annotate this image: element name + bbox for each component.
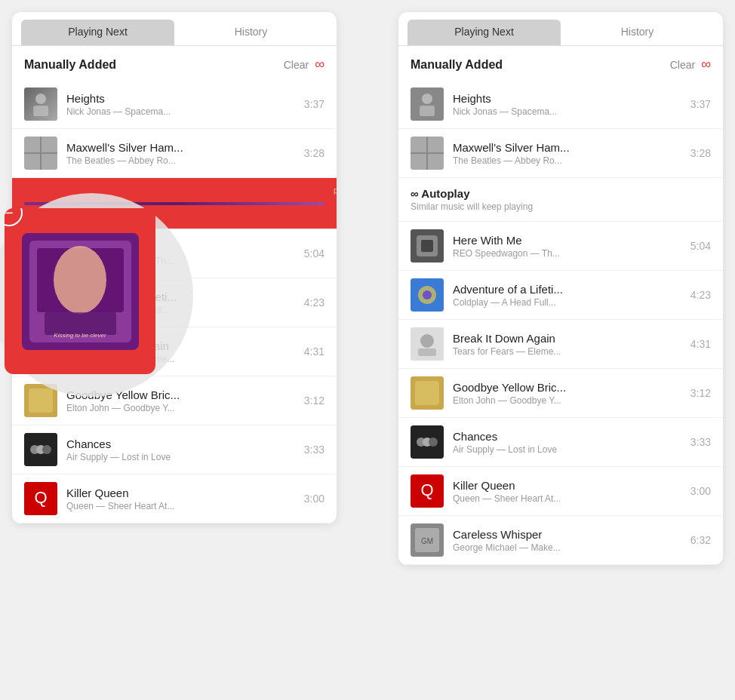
album-art [24, 88, 57, 121]
track-duration: 5:04 [304, 247, 324, 259]
track-item[interactable]: Heights Nick Jonas — Spacema... 3:37 [12, 80, 337, 129]
album-art [24, 433, 57, 466]
album-art: Q [411, 474, 444, 508]
svg-rect-46 [415, 381, 439, 405]
track-subtitle: The Beatles — Abbey Ro... [453, 155, 683, 166]
track-item[interactable]: Break It Down Again Tears for Fears — El… [398, 320, 723, 369]
album-art [411, 327, 444, 361]
delete-overlay: − Kissing to be clever [0, 193, 208, 404]
track-duration: 3:28 [690, 147, 711, 159]
svg-point-21 [42, 445, 51, 454]
track-info: Chances Air Supply — Lost in Love [453, 430, 683, 455]
right-infinity-icon[interactable]: ∞ [701, 57, 711, 72]
right-clear-button[interactable]: Clear [670, 59, 695, 71]
track-item[interactable]: GM Careless Whisper George Michael — Mak… [398, 516, 723, 565]
right-section-actions: Clear ∞ [670, 57, 711, 72]
track-title: Killer Queen [66, 487, 297, 499]
left-tab-history[interactable]: History [174, 20, 328, 45]
minus-button[interactable]: − [5, 208, 23, 226]
right-track-list: Heights Nick Jonas — Spacema... 3:37 Max… [398, 80, 723, 565]
track-title: Careless Whisper [453, 528, 683, 541]
track-info: Maxwell's Silver Ham... The Beatles — Ab… [66, 141, 297, 166]
svg-point-27 [54, 246, 106, 314]
right-section-title: Manually Added [411, 58, 503, 72]
track-info: Maxwell's Silver Ham... The Beatles — Ab… [453, 141, 683, 166]
track-subtitle: Air Supply — Lost in Love [453, 444, 683, 455]
svg-point-43 [420, 334, 434, 348]
track-title: Break It Down Again [453, 332, 683, 345]
track-item[interactable]: Chances Air Supply — Lost in Love 3:33 [12, 425, 337, 474]
right-tabs: Playing Next History [398, 12, 723, 46]
track-title: Goodbye Yellow Bric... [453, 381, 683, 394]
track-info: Chances Air Supply — Lost in Love [66, 438, 297, 462]
track-item[interactable]: Maxwell's Silver Ham... The Beatles — Ab… [12, 129, 337, 178]
left-clear-button[interactable]: Clear [284, 59, 309, 71]
left-tab-playing-next[interactable]: Playing Next [21, 20, 174, 45]
track-item[interactable]: Maxwell's Silver Ham... The Beatles — Ab… [398, 129, 723, 178]
track-duration: 4:23 [690, 289, 711, 301]
track-info: Careless Whisper George Michael — Make..… [453, 528, 683, 553]
svg-point-41 [423, 290, 432, 299]
track-duration: 3:12 [690, 387, 711, 399]
track-info: Here With Me REO Speedwagon — Th... [453, 234, 683, 259]
track-item[interactable]: Chances Air Supply — Lost in Love 3:33 [398, 418, 723, 467]
left-infinity-icon[interactable]: ∞ [315, 57, 324, 72]
track-subtitle: Nick Jonas — Spacema... [453, 106, 683, 117]
album-art: GM [411, 523, 444, 557]
track-duration: 3:28 [304, 147, 324, 159]
left-section-actions: Clear ∞ [284, 57, 324, 72]
album-art [411, 278, 444, 312]
album-art [24, 137, 57, 170]
autoplay-section: ∞ Autoplay Similar music will keep playi… [398, 178, 723, 222]
autoplay-subtitle: Similar music will keep playing [411, 201, 711, 212]
autoplay-title: ∞ Autoplay [411, 187, 711, 200]
track-title: Maxwell's Silver Ham... [453, 141, 683, 154]
track-duration: 3:37 [304, 98, 324, 110]
svg-rect-38 [421, 240, 433, 252]
track-title: Maxwell's Silver Ham... [66, 141, 297, 154]
right-tab-playing-next[interactable]: Playing Next [407, 20, 561, 45]
svg-text:GM: GM [421, 537, 433, 545]
track-item[interactable]: Goodbye Yellow Bric... Elton John — Good… [398, 369, 723, 418]
track-item[interactable]: Q Killer Queen Queen — Sheer Heart At...… [12, 474, 337, 523]
svg-rect-32 [420, 106, 435, 116]
left-section-header: Manually Added Clear ∞ [12, 46, 337, 80]
track-title: Killer Queen [453, 479, 683, 492]
track-info: Heights Nick Jonas — Spacema... [66, 92, 297, 117]
track-duration: 4:31 [304, 345, 324, 358]
track-item[interactable]: Q Killer Queen Queen — Sheer Heart At...… [398, 467, 723, 516]
track-item[interactable]: Heights Nick Jonas — Spacema... 3:37 [398, 80, 723, 129]
track-subtitle: Queen — Sheer Heart At... [66, 501, 297, 511]
track-info: Break It Down Again Tears for Fears — El… [453, 332, 683, 357]
album-art [411, 88, 444, 121]
right-tab-history[interactable]: History [561, 20, 714, 45]
red-card: − Kissing to be clever [5, 208, 155, 374]
right-panel: Playing Next History Manually Added Clea… [398, 12, 723, 565]
right-section-header: Manually Added Clear ∞ [398, 46, 723, 80]
svg-point-2 [35, 94, 46, 104]
track-duration: 3:33 [690, 436, 711, 448]
track-subtitle: REO Speedwagon — Th... [453, 248, 683, 259]
album-art [411, 425, 444, 459]
track-title: Chances [453, 430, 683, 443]
album-art: Q [24, 482, 57, 515]
track-subtitle: Coldplay — A Head Full... [453, 297, 683, 308]
track-duration: 5:04 [690, 240, 711, 252]
track-duration: 3:12 [304, 395, 324, 407]
track-duration: 3:37 [690, 98, 711, 110]
track-duration: 4:23 [304, 296, 324, 309]
track-title: Heights [453, 92, 683, 105]
album-art [411, 137, 444, 170]
track-item[interactable]: Adventure of a Lifeti... Coldplay — A He… [398, 271, 723, 320]
track-subtitle: Nick Jonas — Spacema... [66, 106, 297, 117]
track-info: Adventure of a Lifeti... Coldplay — A He… [453, 283, 683, 308]
track-title: Adventure of a Lifeti... [453, 283, 683, 296]
track-item[interactable]: Here With Me REO Speedwagon — Th... 5:04 [398, 222, 723, 271]
track-subtitle: George Michael — Make... [453, 542, 683, 553]
kissing-art-large: Kissing to be clever [22, 233, 139, 350]
track-info: Killer Queen Queen — Sheer Heart At... [66, 487, 297, 511]
left-tabs: Playing Next History [12, 12, 337, 46]
track-title: Chances [66, 438, 297, 450]
track-info: Killer Queen Queen — Sheer Heart At... [453, 479, 683, 504]
album-art [411, 229, 444, 262]
